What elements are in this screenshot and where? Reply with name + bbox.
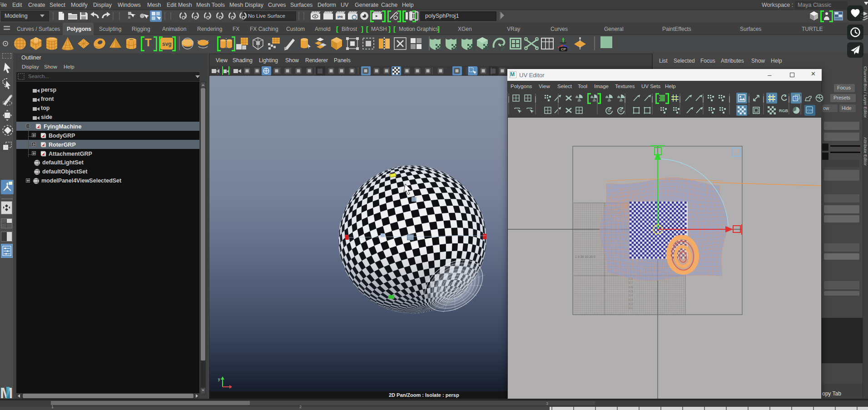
svg-text:0.1: 0.1 xyxy=(629,306,633,310)
svg-text:0.4: 0.4 xyxy=(629,294,633,297)
svg-text:0.7: 0.7 xyxy=(629,281,633,284)
svg-text:Cre: Cre xyxy=(807,109,812,112)
svg-text:0.5: 0.5 xyxy=(629,290,633,293)
svg-text:IPR: IPR xyxy=(337,15,343,19)
svg-text:0.3: 0.3 xyxy=(629,298,633,301)
svg-text:1 0 30 10 20 0: 1 0 30 10 20 0 xyxy=(575,255,595,258)
svg-text:0.2: 0.2 xyxy=(629,302,633,306)
svg-text:0.6: 0.6 xyxy=(629,286,633,289)
svg-text:y: y xyxy=(218,377,220,381)
svg-text:CP: CP xyxy=(561,47,566,51)
